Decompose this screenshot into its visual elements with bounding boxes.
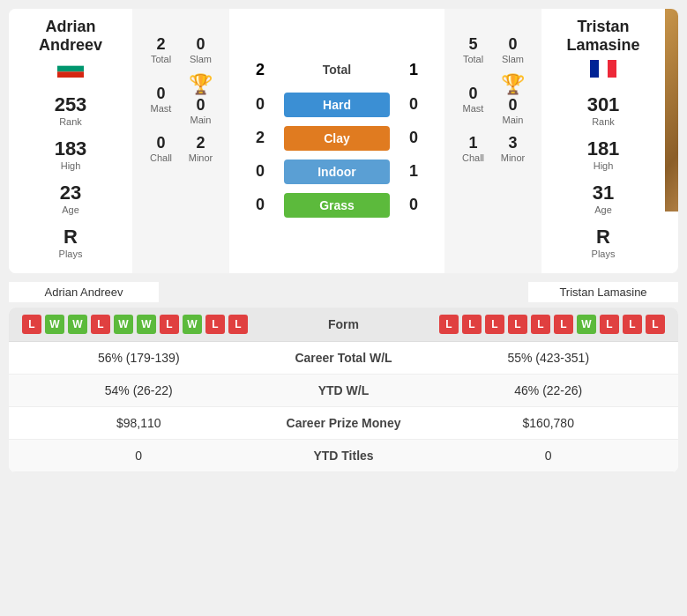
form-badge-right: L <box>508 315 527 334</box>
form-badge-left: W <box>183 315 202 334</box>
svg-rect-18 <box>57 71 84 78</box>
svg-rect-21 <box>608 60 616 78</box>
stat-total-left: 2 Total <box>146 35 176 64</box>
player-info-right: Tristan Lamasine 301 Rank 181 High 31 Ag… <box>541 9 665 273</box>
form-badge-left: W <box>114 315 133 334</box>
form-badge-right: L <box>623 315 642 334</box>
h2h-hard-left: 0 <box>247 95 273 114</box>
h2h-total-right: 1 <box>400 61 427 79</box>
stats-right-val: 55% (423-351) <box>432 351 666 365</box>
trophy-left: 🏆 0 Main <box>185 73 216 125</box>
form-badge-right: L <box>600 315 619 334</box>
stat-rank-right: 301 Rank <box>555 93 652 127</box>
form-label: Form <box>300 317 388 331</box>
stat-slam-right: 0 Slam <box>497 35 528 64</box>
surface-btn-grass[interactable]: Grass <box>284 193 390 218</box>
surface-btn-indoor[interactable]: Indoor <box>284 160 390 184</box>
svg-rect-22 <box>665 9 678 212</box>
trophy-right: 🏆 0 Main <box>497 73 528 125</box>
h2h-clay-left: 2 <box>247 129 273 147</box>
stats-row: 56% (179-139) Career Total W/L 55% (423-… <box>9 342 678 375</box>
stat-age-right: 31 Age <box>555 182 652 215</box>
form-badge-left: L <box>22 315 41 334</box>
stats-rows-container: 56% (179-139) Career Total W/L 55% (423-… <box>9 342 678 472</box>
player-stats-grid-right: 5 Total 0 Slam 0 Mast 🏆 0 Main <box>444 9 541 273</box>
player-name-under-left: Adrian Andreev <box>9 282 159 302</box>
form-left: LWWLWWLWLL <box>22 315 300 334</box>
h2h-section: 2 Total 1 0 Hard 0 2 Clay 0 0 Indoor 1 <box>229 9 444 273</box>
form-badge-right: L <box>646 315 665 334</box>
stats-left-val: 54% (26-22) <box>22 383 256 397</box>
form-right: LLLLLLWLLL <box>388 315 666 334</box>
stats-left-val: 0 <box>22 449 256 463</box>
form-badge-right: W <box>577 315 596 334</box>
stat-chall-left: 0 Chall <box>146 134 176 163</box>
form-badge-right: L <box>485 315 504 334</box>
surface-btn-clay[interactable]: Clay <box>284 126 390 151</box>
h2h-hard-row: 0 Hard 0 <box>247 93 427 117</box>
spacer <box>159 282 528 302</box>
stat-high-left: 183 High <box>22 137 119 171</box>
h2h-indoor-left: 0 <box>247 162 273 181</box>
h2h-indoor-row: 0 Indoor 1 <box>247 160 427 184</box>
flag-bulgaria <box>57 60 84 78</box>
player-names-row: Adrian Andreev Tristan Lamasine <box>9 282 678 302</box>
stat-mast-right: 0 Mast <box>458 85 489 114</box>
main-container: Adrian Andreev 253 Rank 183 High 23 Age <box>0 0 687 481</box>
svg-rect-20 <box>599 60 608 78</box>
form-badge-left: L <box>228 315 248 334</box>
h2h-total-left: 2 <box>247 61 273 79</box>
stat-high-right: 181 High <box>555 137 652 171</box>
stats-right-val: 46% (22-26) <box>432 383 666 397</box>
form-badge-left: W <box>137 315 156 334</box>
player-name-left: Adrian Andreev <box>39 18 102 55</box>
stats-center-label: YTD Titles <box>256 449 432 463</box>
stat-mast-left: 0 Mast <box>146 85 176 114</box>
stats-center-label: YTD W/L <box>256 383 432 397</box>
stat-slam-left: 0 Slam <box>185 35 216 64</box>
h2h-total-row: 2 Total 1 <box>247 61 427 79</box>
player-name-under-right: Tristan Lamasine <box>528 282 678 302</box>
svg-rect-19 <box>590 60 599 78</box>
stats-center-label: Career Prize Money <box>256 416 432 430</box>
stats-left-val: $98,110 <box>22 416 256 430</box>
stat-plays-left: R Plays <box>22 226 119 259</box>
h2h-hard-right: 0 <box>400 95 427 114</box>
h2h-indoor-right: 1 <box>400 162 427 181</box>
form-badge-right: L <box>554 315 573 334</box>
player-photo-right <box>665 9 678 273</box>
stats-right-val: $160,780 <box>432 416 666 430</box>
form-badge-left: L <box>160 315 179 334</box>
stats-row: $98,110 Career Prize Money $160,780 <box>9 407 678 440</box>
h2h-clay-row: 2 Clay 0 <box>247 126 427 151</box>
h2h-grass-right: 0 <box>400 196 427 214</box>
top-section: Adrian Andreev 253 Rank 183 High 23 Age <box>9 9 678 273</box>
h2h-grass-left: 0 <box>247 196 273 214</box>
bottom-section: LWWLWWLWLL Form LLLLLLWLLL 56% (179-139)… <box>9 308 678 472</box>
form-badge-left: W <box>45 315 64 334</box>
h2h-clay-right: 0 <box>400 129 427 147</box>
trophy-icon-right: 🏆 <box>501 73 525 96</box>
surface-btn-hard[interactable]: Hard <box>284 93 390 117</box>
stat-minor-right: 3 Minor <box>497 134 528 163</box>
svg-rect-16 <box>57 60 84 66</box>
player-name-right: Tristan Lamasine <box>566 18 639 55</box>
form-badge-left: L <box>91 315 110 334</box>
flag-france <box>590 60 616 78</box>
h2h-grass-row: 0 Grass 0 <box>247 193 427 218</box>
trophy-icon-left: 🏆 <box>189 73 213 96</box>
stats-right-val: 0 <box>432 449 666 463</box>
player-info-left: Adrian Andreev 253 Rank 183 High 23 Age <box>9 9 132 273</box>
stat-total-right: 5 Total <box>458 35 489 64</box>
form-badge-right: L <box>439 315 459 334</box>
form-badge-left: W <box>68 315 87 334</box>
right-player-image <box>665 9 678 212</box>
form-badge-right: L <box>462 315 482 334</box>
form-row: LWWLWWLWLL Form LLLLLLWLLL <box>9 308 678 342</box>
stat-rank-left: 253 Rank <box>22 93 119 127</box>
stats-center-label: Career Total W/L <box>256 351 432 365</box>
stat-plays-right: R Plays <box>555 226 652 259</box>
stat-chall-right: 1 Chall <box>458 134 489 163</box>
player-stats-grid-left: 2 Total 0 Slam 0 Mast 🏆 0 Main <box>132 9 229 273</box>
form-badge-right: L <box>531 315 550 334</box>
